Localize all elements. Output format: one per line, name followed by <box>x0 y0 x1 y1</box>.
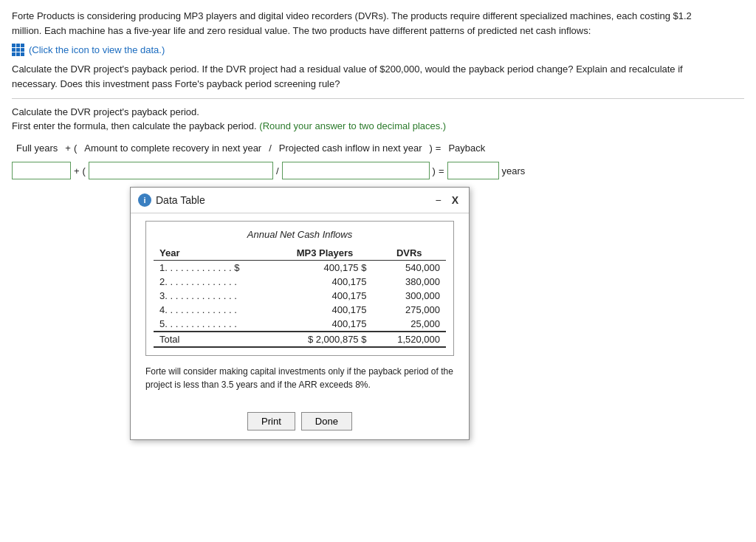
plus-sign: + <box>74 165 80 176</box>
row-dvr: 540,000 <box>372 261 446 275</box>
total-row: Total $ 2,000,875 $ 1,520,000 <box>154 332 446 347</box>
click-icon-link[interactable]: (Click the icon to view the data.) <box>29 44 165 55</box>
projected-input[interactable] <box>282 162 430 179</box>
data-table-modal: i Data Table − X Annual Net Cash Inflows… <box>130 187 470 440</box>
plus-sign-header: + <box>65 143 71 154</box>
row-year: 2. . . . . . . . . . . . . . <box>154 275 278 289</box>
full-years-header: Full years <box>12 140 62 156</box>
projected-header: Projected cash inflow in next year <box>275 140 427 156</box>
row-year: 1. . . . . . . . . . . . . $ <box>154 261 278 275</box>
modal-body: Annual Net Cash Inflows Year MP3 Players… <box>131 213 469 408</box>
formula-header-row: Full years + ( Amount to complete recove… <box>12 140 744 156</box>
col-dvrs: DVRs <box>372 246 446 261</box>
slash: / <box>276 165 279 176</box>
round-note: (Round your answer to two decimal places… <box>259 120 446 131</box>
payback-header: Payback <box>444 140 489 156</box>
close-paren: ) <box>433 165 436 176</box>
table-row: 5. . . . . . . . . . . . . . 400,175 25,… <box>154 317 446 332</box>
formula-input-row: + ( / ) = years <box>12 162 744 179</box>
equals-sign: = <box>439 165 444 176</box>
modal-header: i Data Table − X <box>131 188 469 213</box>
intro-paragraph: Forte Products is considering producing … <box>12 9 721 38</box>
row-dvr: 300,000 <box>372 289 446 303</box>
info-icon: i <box>138 193 151 207</box>
total-dvr: 1,520,000 <box>372 332 446 347</box>
print-button[interactable]: Print <box>247 412 295 430</box>
table-row: 1. . . . . . . . . . . . . $ 400,175 $ 5… <box>154 261 446 275</box>
amount-input[interactable] <box>89 162 273 179</box>
minimize-button[interactable]: − <box>432 194 444 206</box>
table-header-row: Year MP3 Players DVRs <box>154 246 446 261</box>
amount-header: Amount to complete recovery in next year <box>80 140 266 156</box>
done-button[interactable]: Done <box>301 412 352 430</box>
open-paren: ( <box>83 165 86 176</box>
note-text: Forte will consider making capital inves… <box>145 365 454 391</box>
row-year: 5. . . . . . . . . . . . . . <box>154 317 278 332</box>
data-grid-icon[interactable] <box>12 44 24 56</box>
total-mp3: $ 2,000,875 $ <box>278 332 373 347</box>
row-dvr: 380,000 <box>372 275 446 289</box>
years-label: years <box>502 165 526 176</box>
col-year: Year <box>154 246 278 261</box>
table-row: 3. . . . . . . . . . . . . . 400,175 300… <box>154 289 446 303</box>
divider <box>12 98 744 99</box>
close-button[interactable]: X <box>449 194 461 206</box>
data-table-container: Annual Net Cash Inflows Year MP3 Players… <box>145 221 454 356</box>
modal-footer: Print Done <box>131 408 469 439</box>
row-year: 3. . . . . . . . . . . . . . <box>154 289 278 303</box>
modal-title: Data Table <box>156 194 205 206</box>
row-mp3: 400,175 <box>278 275 373 289</box>
row-mp3: 400,175 <box>278 303 373 317</box>
calc-label-1: Calculate the DVR project's payback peri… <box>12 106 744 117</box>
result-input[interactable] <box>447 162 499 179</box>
close-paren-header: ) <box>429 143 432 154</box>
row-dvr: 275,000 <box>372 303 446 317</box>
total-label: Total <box>154 332 278 347</box>
table-row: 2. . . . . . . . . . . . . . 400,175 380… <box>154 275 446 289</box>
row-dvr: 25,000 <box>372 317 446 332</box>
equals-header: = <box>436 143 441 154</box>
row-mp3: 400,175 $ <box>278 261 373 275</box>
row-mp3: 400,175 <box>278 317 373 332</box>
row-mp3: 400,175 <box>278 289 373 303</box>
row-year: 4. . . . . . . . . . . . . . <box>154 303 278 317</box>
instruction-text: First enter the formula, then calculate … <box>12 120 744 131</box>
table-row: 4. . . . . . . . . . . . . . 400,175 275… <box>154 303 446 317</box>
open-paren-header: ( <box>74 143 77 154</box>
slash-header: / <box>269 143 272 154</box>
question-text: Calculate the DVR project's payback peri… <box>12 62 721 91</box>
table-subtitle: Annual Net Cash Inflows <box>154 229 446 240</box>
data-table: Year MP3 Players DVRs 1. . . . . . . . .… <box>154 246 446 348</box>
full-years-input[interactable] <box>12 162 71 179</box>
col-mp3: MP3 Players <box>278 246 373 261</box>
